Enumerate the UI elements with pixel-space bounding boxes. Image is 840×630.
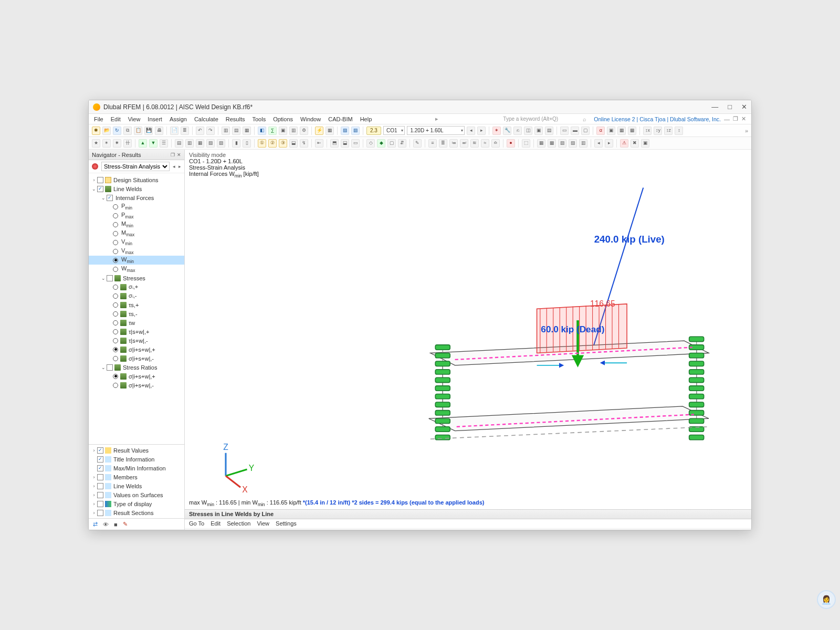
- cube2-icon[interactable]: ▦: [617, 127, 626, 135]
- menu-tools[interactable]: Tools: [252, 116, 266, 122]
- s-3[interactable]: 卄: [123, 139, 132, 148]
- ax-iso-icon[interactable]: ↕: [675, 127, 683, 135]
- ax-y-icon[interactable]: ↕y: [654, 127, 662, 135]
- s-4[interactable]: ▲: [139, 139, 147, 148]
- ls-pen-icon[interactable]: ✎: [123, 521, 128, 528]
- tree-sig-ip[interactable]: σᵢ,+: [89, 282, 184, 291]
- nav-maxmin-info[interactable]: Max/Min Information: [89, 464, 184, 472]
- flag-icon[interactable]: ✶: [492, 127, 501, 135]
- s-36[interactable]: ▦: [537, 139, 545, 148]
- s-7[interactable]: ▤: [175, 139, 183, 148]
- tree-tau-sm[interactable]: τs,-: [89, 309, 184, 318]
- s-33[interactable]: ≈: [481, 139, 489, 148]
- tree-stress-ratios[interactable]: ⌄Stress Ratios: [89, 363, 184, 372]
- tm-goto[interactable]: Go To: [189, 520, 204, 527]
- tree-sr-p[interactable]: σ|i+s+w|,+: [89, 372, 184, 381]
- disp-c[interactable]: ▢: [581, 127, 590, 135]
- tree-mmax[interactable]: Mmax: [89, 229, 184, 238]
- tree-design-situations[interactable]: ›Design Situations: [89, 175, 184, 184]
- disp-a[interactable]: ▭: [560, 127, 569, 135]
- s-22[interactable]: ▭: [351, 139, 360, 148]
- filter1-icon[interactable]: ▧: [341, 127, 349, 135]
- t-c[interactable]: ▣: [534, 127, 543, 135]
- window3-icon[interactable]: ▦: [243, 127, 251, 135]
- tree-internal-forces[interactable]: ⌄Internal Forces: [89, 193, 184, 202]
- nav-prev-icon[interactable]: ◂: [173, 164, 175, 169]
- search-icon[interactable]: ⌕: [583, 116, 586, 122]
- load-case-combo[interactable]: CO1: [383, 126, 405, 135]
- s-30[interactable]: ≔: [449, 139, 458, 148]
- window1-icon[interactable]: ▥: [222, 127, 230, 135]
- s-23[interactable]: ◇: [366, 139, 375, 148]
- support-icon[interactable]: 🔧: [503, 127, 511, 135]
- s-11[interactable]: ▨: [217, 139, 225, 148]
- t-a[interactable]: ⎌: [513, 127, 522, 135]
- next-case-icon[interactable]: ▸: [477, 127, 486, 135]
- menu-insert[interactable]: Insert: [148, 116, 162, 122]
- menu-file[interactable]: File: [94, 116, 103, 122]
- s-5[interactable]: ▼: [149, 139, 158, 148]
- menu-window[interactable]: Window: [300, 116, 321, 122]
- copy-icon[interactable]: ⧉: [123, 127, 132, 135]
- new-icon[interactable]: ✱: [92, 127, 100, 135]
- ax-z-icon[interactable]: ↕z: [664, 127, 673, 135]
- nav-values-surfaces[interactable]: ›Values on Surfaces: [89, 490, 184, 499]
- menu-view[interactable]: View: [128, 116, 141, 122]
- s-8[interactable]: ▥: [185, 139, 194, 148]
- print-icon[interactable]: 🖶: [155, 127, 163, 135]
- open-icon[interactable]: 📂: [102, 127, 111, 135]
- ax-x-icon[interactable]: ↕x: [643, 127, 652, 135]
- minimize-button[interactable]: —: [711, 103, 718, 111]
- s-40[interactable]: ▥: [579, 139, 587, 148]
- s-warn-icon[interactable]: ⚠: [620, 139, 628, 148]
- tm-set[interactable]: Settings: [276, 520, 297, 527]
- s-39[interactable]: ▧: [569, 139, 577, 148]
- tree-sig-iswp[interactable]: σ|i+s+w|,+: [89, 345, 184, 354]
- s-38[interactable]: ▨: [558, 139, 566, 148]
- s-1[interactable]: ✶: [102, 139, 111, 148]
- tree-vmax[interactable]: Vmax: [89, 247, 184, 256]
- alpha-icon[interactable]: α: [596, 127, 605, 135]
- s-32[interactable]: ≋: [470, 139, 479, 148]
- export-icon[interactable]: ▦: [326, 127, 334, 135]
- analysis-dropdown[interactable]: Stress-Strain Analysis: [101, 162, 170, 171]
- save-icon[interactable]: 💾: [144, 127, 153, 135]
- table-icon[interactable]: ▥: [289, 127, 298, 135]
- calc-icon[interactable]: ∑: [268, 127, 277, 135]
- s-20[interactable]: ⬒: [330, 139, 339, 148]
- tree-sr-m[interactable]: σ|i+s+w|,-: [89, 381, 184, 390]
- tree-tau-sp[interactable]: τs,+: [89, 300, 184, 309]
- run-icon[interactable]: ⚡: [315, 127, 323, 135]
- sub-restore-icon[interactable]: ❐: [733, 116, 738, 122]
- window2-icon[interactable]: ▤: [232, 127, 240, 135]
- nav-line-welds2[interactable]: ›Line Welds: [89, 481, 184, 490]
- s-x-icon[interactable]: ✖: [631, 139, 639, 148]
- filter2-icon[interactable]: ▨: [351, 127, 360, 135]
- s-18[interactable]: ↯: [300, 139, 308, 148]
- ls-cam-icon[interactable]: ■: [114, 521, 118, 528]
- tree-pmax[interactable]: Pmax: [89, 211, 184, 220]
- nav-result-sections[interactable]: ›Result Sections: [89, 508, 184, 517]
- s-21[interactable]: ⬓: [341, 139, 349, 148]
- s-17[interactable]: ⬓: [289, 139, 298, 148]
- s-29[interactable]: ≣: [439, 139, 447, 148]
- tree-tau-swp[interactable]: τ|s+w|,+: [89, 327, 184, 336]
- s-15[interactable]: ②: [268, 139, 277, 148]
- tm-view[interactable]: View: [257, 520, 269, 527]
- refresh-icon[interactable]: ↻: [113, 127, 121, 135]
- ls-a-icon[interactable]: ⇄: [93, 521, 98, 528]
- s-16[interactable]: ③: [279, 139, 287, 148]
- s-6[interactable]: ☰: [160, 139, 168, 148]
- cube1-icon[interactable]: ▣: [607, 127, 615, 135]
- close-button[interactable]: ✕: [741, 103, 747, 111]
- s-box-icon[interactable]: ▣: [641, 139, 649, 148]
- s-19[interactable]: ⇤: [315, 139, 323, 148]
- s-31[interactable]: ≕: [460, 139, 468, 148]
- tree-sig-iswm[interactable]: σ|i+s+w|,-: [89, 354, 184, 363]
- s-dot[interactable]: ●: [507, 139, 515, 148]
- list-icon[interactable]: ≣: [181, 127, 189, 135]
- sub-minimize-icon[interactable]: —: [724, 116, 730, 122]
- s-24[interactable]: ◆: [377, 139, 385, 148]
- s-9[interactable]: ▦: [196, 139, 204, 148]
- menu-calculate[interactable]: Calculate: [194, 116, 218, 122]
